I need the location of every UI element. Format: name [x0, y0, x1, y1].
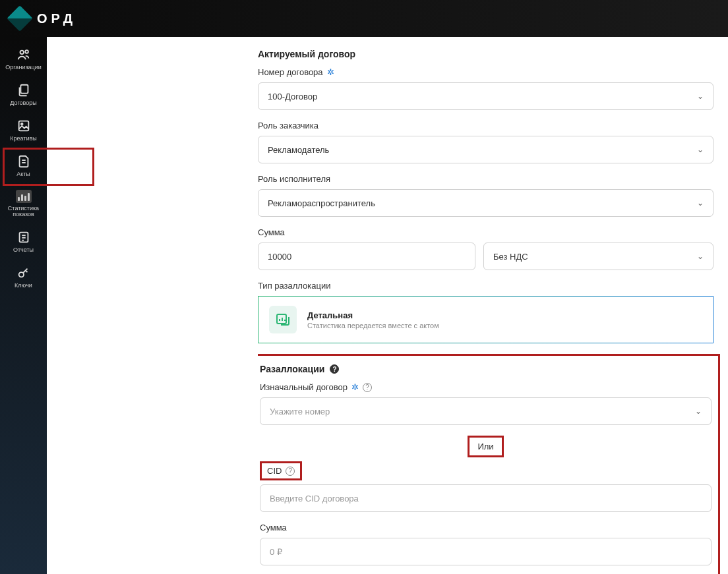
sidebar-label: Отчеты: [13, 247, 34, 254]
left-panel: [47, 37, 258, 574]
sidebar: Организации Договоры Креативы Акты: [0, 37, 47, 574]
razalloc-title: Разаллокации ?: [260, 364, 712, 374]
reports-icon: [16, 230, 31, 244]
contracts-icon: [16, 83, 31, 98]
customer-role-select[interactable]: Рекламодатель ⌄: [258, 136, 713, 163]
sidebar-item-keys[interactable]: Ключи: [0, 260, 47, 296]
form-panel: 4 Актируемый договор Номер договора ✲ 10…: [258, 37, 728, 574]
chevron-down-icon: ⌄: [695, 407, 702, 416]
help-icon[interactable]: ?: [363, 383, 372, 392]
sidebar-item-organizations[interactable]: Организации: [0, 42, 47, 78]
chevron-down-icon: ⌄: [697, 145, 704, 154]
help-icon[interactable]: ?: [286, 467, 295, 476]
razalloc-amount-label: Сумма: [260, 523, 712, 532]
creatives-icon: [16, 119, 31, 133]
keys-icon: [16, 266, 31, 280]
amount-input[interactable]: [258, 243, 475, 270]
allocation-type-label: Тип разаллокации: [258, 281, 713, 291]
sidebar-label: Ключи: [15, 283, 32, 289]
sidebar-label: Организации: [5, 65, 41, 71]
executor-role-label: Роль исполнителя: [258, 174, 713, 184]
allocation-chart-icon: [269, 306, 297, 333]
or-text: Или: [468, 436, 503, 457]
sidebar-label: Договоры: [10, 100, 36, 107]
svg-point-0: [20, 51, 24, 55]
svg-point-1: [25, 50, 28, 53]
svg-point-6: [18, 272, 23, 277]
amount-label: Сумма: [258, 227, 713, 237]
original-contract-label: Изначальный договор ✲ ?: [260, 382, 712, 392]
vat-select[interactable]: Без НДС ⌄: [483, 243, 713, 270]
customer-role-label: Роль заказчика: [258, 121, 713, 130]
vat-value: Без НДС: [493, 252, 528, 262]
svg-rect-2: [20, 85, 28, 94]
chevron-down-icon: ⌄: [697, 198, 704, 208]
gear-icon[interactable]: ✲: [327, 67, 334, 77]
sidebar-item-creatives[interactable]: Креативы: [0, 113, 47, 149]
sidebar-item-reports[interactable]: Отчеты: [0, 225, 47, 260]
svg-rect-3: [18, 121, 28, 130]
contract-number-select[interactable]: 100-Договор ⌄: [258, 82, 713, 110]
cid-label: CID: [267, 466, 282, 476]
svg-point-4: [20, 123, 22, 125]
chevron-down-icon: ⌄: [697, 92, 704, 101]
razalloc-amount-input[interactable]: [260, 538, 712, 565]
org-icon: [16, 47, 31, 62]
contract-number-label: Номер договора ✲: [258, 67, 713, 77]
cid-input[interactable]: [260, 484, 712, 512]
acts-icon: [16, 154, 31, 169]
sidebar-item-contracts[interactable]: Договоры: [0, 78, 47, 113]
allocation-type-card[interactable]: Детальная Статистика передается вместе с…: [258, 296, 713, 343]
executor-role-value: Рекламораспространитель: [268, 198, 375, 208]
app-header: ОРД: [0, 0, 728, 37]
stats-icon: [16, 190, 32, 203]
sidebar-item-acts[interactable]: Акты: [0, 149, 47, 185]
contract-number-value: 100-Договор: [268, 92, 317, 101]
sidebar-label: Статистика показов: [3, 206, 44, 219]
app-logo: ОРД: [11, 9, 76, 28]
sidebar-label: Акты: [16, 171, 30, 178]
sidebar-item-stats[interactable]: Статистика показов: [0, 185, 47, 225]
original-contract-select[interactable]: Укажите номер ⌄: [260, 397, 712, 425]
or-divider: Или: [260, 436, 712, 457]
razalloc-section: Разаллокации ? Изначальный договор ✲ ? У…: [258, 354, 720, 574]
chevron-down-icon: ⌄: [697, 252, 704, 261]
app-title: ОРД: [37, 11, 76, 26]
section-title: Актируемый договор: [258, 49, 713, 59]
allocation-card-subtitle: Статистика передается вместе с актом: [307, 322, 439, 330]
logo-icon: [7, 5, 33, 32]
allocation-card-title: Детальная: [307, 310, 439, 320]
gear-icon[interactable]: ✲: [351, 382, 359, 392]
original-contract-placeholder: Укажите номер: [270, 407, 330, 416]
cid-label-wrap: CID ?: [260, 461, 302, 480]
sidebar-label: Креативы: [10, 136, 36, 142]
executor-role-select[interactable]: Рекламораспространитель ⌄: [258, 189, 713, 217]
customer-role-value: Рекламодатель: [268, 145, 329, 155]
help-icon[interactable]: ?: [330, 364, 339, 374]
